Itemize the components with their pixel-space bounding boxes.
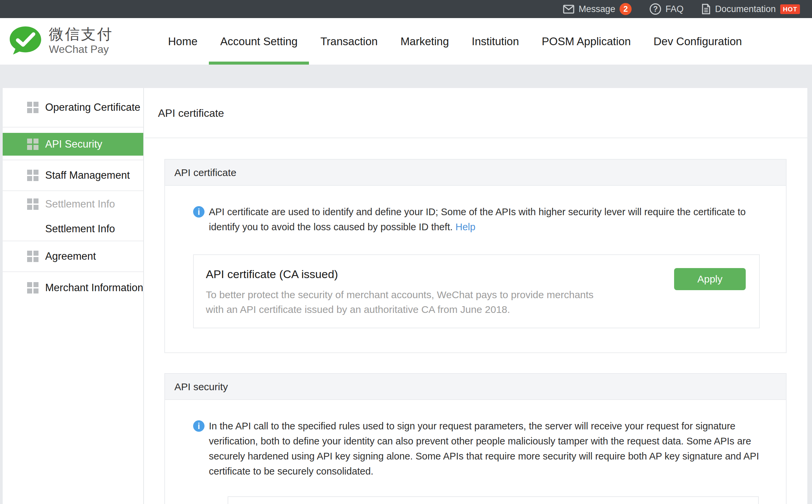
grid-icon xyxy=(27,198,38,210)
sidebar-item-settlement-info-group[interactable]: Settlement Info xyxy=(3,191,143,217)
nav-item-posm-application[interactable]: POSM Application xyxy=(531,18,642,65)
grid-icon xyxy=(27,251,38,262)
message-label: Message xyxy=(579,4,616,14)
brand-name-zh: 微信支付 xyxy=(49,26,113,42)
message-item[interactable]: Message 2 xyxy=(563,3,632,15)
nav-item-account-setting[interactable]: Account Setting xyxy=(209,18,309,65)
main-nav: Home Account Setting Transaction Marketi… xyxy=(157,18,753,65)
documentation-label: Documentation xyxy=(715,4,776,14)
message-count-badge: 2 xyxy=(620,3,632,15)
grid-icon xyxy=(27,170,38,181)
sidebar-item-operating-certificate[interactable]: Operating Certificate xyxy=(3,88,143,128)
envelope-icon xyxy=(563,5,574,14)
api-security-card: API security i In the API call to the sp… xyxy=(164,373,787,504)
info-text: API certificate are used to identify and… xyxy=(209,204,773,235)
info-row: i In the API call to the specified rules… xyxy=(193,419,773,479)
card-header: API certificate xyxy=(165,160,786,186)
info-icon: i xyxy=(193,206,205,218)
brand-name-en: WeChat Pay xyxy=(49,43,113,56)
sidebar-item-label: Agreement xyxy=(45,250,96,262)
sidebar-item-label: API Security xyxy=(45,138,102,150)
nav-item-home[interactable]: Home xyxy=(157,18,209,65)
info-text-body: In the API call to the specified rules u… xyxy=(209,421,759,477)
api-certificate-card: API certificate i API certificate are us… xyxy=(164,159,787,353)
help-link[interactable]: Help xyxy=(456,222,476,232)
sidebar-item-label: Staff Management xyxy=(45,169,130,181)
sidebar-item-staff-management[interactable]: Staff Management xyxy=(3,160,143,191)
faq-item[interactable]: ? FAQ xyxy=(650,3,683,15)
info-text: In the API call to the specified rules u… xyxy=(209,419,773,479)
question-circle-icon: ? xyxy=(650,3,661,15)
page-title: API certificate xyxy=(145,88,807,138)
sidebar-item-label: Operating Certificate xyxy=(45,101,140,113)
header: 微信支付 WeChat Pay Home Account Setting Tra… xyxy=(0,18,812,65)
content-area: API certificate API certificate i API ce… xyxy=(145,88,807,504)
faq-label: FAQ xyxy=(665,4,683,14)
sidebar-item-settlement-info[interactable]: Settlement Info xyxy=(3,217,143,241)
nav-item-institution[interactable]: Institution xyxy=(460,18,530,65)
sidebar-item-label: Merchant Information xyxy=(45,282,143,294)
api-key-box-partial xyxy=(228,496,759,504)
info-icon: i xyxy=(193,420,205,432)
documentation-item[interactable]: Documentation HOT xyxy=(702,4,800,14)
card-body: i API certificate are used to identify a… xyxy=(165,186,786,352)
sidebar-item-label: Settlement Info xyxy=(45,198,115,210)
sidebar-item-label: Settlement Info xyxy=(45,223,115,235)
sidebar-item-api-security[interactable]: API Security xyxy=(3,133,143,156)
main-panel: Operating Certificate API Security Staff… xyxy=(3,88,807,504)
wechat-bubble-check-icon xyxy=(9,25,42,56)
nav-item-marketing[interactable]: Marketing xyxy=(389,18,460,65)
sidebar: Operating Certificate API Security Staff… xyxy=(3,88,144,504)
card-header: API security xyxy=(165,374,786,400)
grid-icon xyxy=(27,139,38,150)
topbar: Message 2 ? FAQ Documentation HOT xyxy=(0,0,812,18)
sidebar-group-settlement: Settlement Info Settlement Info xyxy=(3,191,143,241)
grid-icon xyxy=(27,102,38,113)
logo-text: 微信支付 WeChat Pay xyxy=(49,26,113,55)
apply-button[interactable]: Apply xyxy=(674,268,746,290)
sidebar-item-agreement[interactable]: Agreement xyxy=(3,241,143,272)
ca-certificate-description: To better protect the security of mercha… xyxy=(206,287,611,317)
sidebar-item-merchant-information[interactable]: Merchant Information xyxy=(3,272,143,304)
info-row: i API certificate are used to identify a… xyxy=(193,204,773,235)
hot-badge: HOT xyxy=(780,4,800,14)
info-text-body: API certificate are used to identify and… xyxy=(209,206,746,232)
sidebar-spacer xyxy=(3,128,143,133)
grid-icon xyxy=(27,282,38,293)
sidebar-spacer xyxy=(3,156,143,160)
document-icon xyxy=(702,4,711,14)
nav-item-transaction[interactable]: Transaction xyxy=(309,18,389,65)
wechat-pay-logo[interactable]: 微信支付 WeChat Pay xyxy=(9,25,113,56)
nav-item-dev-configuration[interactable]: Dev Configuration xyxy=(642,18,753,65)
card-body: i In the API call to the specified rules… xyxy=(165,400,786,504)
ca-certificate-box: API certificate (CA issued) To better pr… xyxy=(193,254,760,328)
